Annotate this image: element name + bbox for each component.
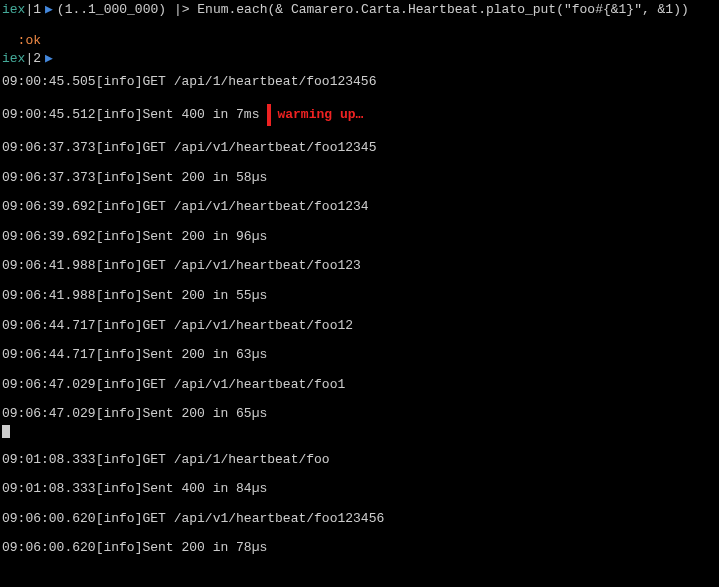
log-message: GET /api/1/heartbeat/foo [142, 452, 329, 468]
log-level: [info] [96, 199, 143, 215]
prompt-arrow-icon: ▶ [45, 51, 53, 67]
command-text: (1..1_000_000) |> Enum.each(& Camarero.C… [57, 2, 689, 18]
log-timestamp: 09:06:00.620 [2, 511, 96, 527]
log-line: 09:06:37.373 [info] GET /api/v1/heartbea… [2, 140, 717, 156]
log-timestamp: 09:06:39.692 [2, 199, 96, 215]
log-level: [info] [96, 107, 143, 123]
log-level: [info] [96, 377, 143, 393]
log-line: 09:00:45.512 [info] Sent 400 in 7mswarmi… [2, 104, 717, 126]
log-timestamp: 09:01:08.333 [2, 452, 96, 468]
log-line: 09:01:08.333 [info] Sent 400 in 84µs [2, 481, 717, 497]
iex-num: 2 [33, 51, 41, 67]
log-level: [info] [96, 258, 143, 274]
log-timestamp: 09:06:37.373 [2, 170, 96, 186]
log-message: GET /api/v1/heartbeat/foo12 [142, 318, 353, 334]
log-line: 09:06:44.717 [info] GET /api/v1/heartbea… [2, 318, 717, 334]
log-message: Sent 200 in 78µs [142, 540, 267, 556]
log-level: [info] [96, 481, 143, 497]
log-level: [info] [96, 347, 143, 363]
log-message: GET /api/v1/heartbeat/foo1234 [142, 199, 368, 215]
iex-prompt-1[interactable]: iex|1 ▶ (1..1_000_000) |> Enum.each(& Ca… [2, 2, 717, 18]
annotation-text: warming up… [277, 107, 363, 123]
iex-sep: | [25, 51, 33, 67]
log-timestamp: 09:06:00.620 [2, 540, 96, 556]
log-message: GET /api/v1/heartbeat/foo12345 [142, 140, 376, 156]
log-timestamp: 09:06:41.988 [2, 258, 96, 274]
log-message: Sent 200 in 96µs [142, 229, 267, 245]
cursor-icon [2, 425, 10, 438]
log-line: 09:06:44.717 [info] Sent 200 in 63µs [2, 347, 717, 363]
log-message: Sent 200 in 58µs [142, 170, 267, 186]
log-level: [info] [96, 229, 143, 245]
log-level: [info] [96, 74, 143, 90]
log-line: 09:06:39.692 [info] Sent 200 in 96µs [2, 229, 717, 245]
log-timestamp: 09:06:44.717 [2, 318, 96, 334]
log-message: GET /api/1/heartbeat/foo123456 [142, 74, 376, 90]
log-level: [info] [96, 511, 143, 527]
iex-label: iex [2, 2, 25, 18]
iex-sep: | [25, 2, 33, 18]
log-level: [info] [96, 540, 143, 556]
log-message: Sent 200 in 65µs [142, 406, 267, 422]
log-timestamp: 09:06:44.717 [2, 347, 96, 363]
log-line: 09:06:37.373 [info] Sent 200 in 58µs [2, 170, 717, 186]
log-message: GET /api/v1/heartbeat/foo123456 [142, 511, 384, 527]
log-line: 09:06:00.620 [info] GET /api/v1/heartbea… [2, 511, 717, 527]
log-timestamp: 09:06:39.692 [2, 229, 96, 245]
log-timestamp: 09:06:41.988 [2, 288, 96, 304]
log-timestamp: 09:00:45.512 [2, 107, 96, 123]
log-timestamp: 09:06:47.029 [2, 377, 96, 393]
log-message: Sent 200 in 55µs [142, 288, 267, 304]
log-message: Sent 400 in 84µs [142, 481, 267, 497]
log-timestamp: 09:06:47.029 [2, 406, 96, 422]
log-line: 09:06:00.620 [info] Sent 200 in 78µs [2, 540, 717, 556]
iex-prompt-2[interactable]: iex|2 ▶ [2, 51, 717, 67]
ok-atom: :ok [18, 33, 41, 48]
log-timestamp: 09:00:45.505 [2, 74, 96, 90]
annotation-bar-icon [267, 104, 271, 126]
log-level: [info] [96, 406, 143, 422]
log-timestamp: 09:06:37.373 [2, 140, 96, 156]
log-line: 09:01:08.333 [info] GET /api/1/heartbeat… [2, 452, 717, 468]
annotation: warming up… [267, 104, 363, 126]
log-level: [info] [96, 288, 143, 304]
cursor-line [2, 422, 717, 438]
log-line: 09:06:41.988 [info] GET /api/v1/heartbea… [2, 258, 717, 274]
iex-label: iex [2, 51, 25, 67]
log-level: [info] [96, 170, 143, 186]
log-line: 09:06:39.692 [info] GET /api/v1/heartbea… [2, 199, 717, 215]
log-message: Sent 400 in 7ms [142, 107, 259, 123]
log-line: 09:00:45.505 [info] GET /api/1/heartbeat… [2, 74, 717, 90]
log-level: [info] [96, 318, 143, 334]
log-level: [info] [96, 452, 143, 468]
log-timestamp: 09:01:08.333 [2, 481, 96, 497]
log-level: [info] [96, 140, 143, 156]
prompt-arrow-icon: ▶ [45, 2, 53, 18]
log-message: Sent 200 in 63µs [142, 347, 267, 363]
log-message: GET /api/v1/heartbeat/foo1 [142, 377, 345, 393]
log-line: 09:06:47.029 [info] GET /api/v1/heartbea… [2, 377, 717, 393]
log-line: 09:06:47.029 [info] Sent 200 in 65µs [2, 406, 717, 422]
log-message: GET /api/v1/heartbeat/foo123 [142, 258, 360, 274]
result-line: :ok [2, 18, 717, 49]
log-line: 09:06:41.988 [info] Sent 200 in 55µs [2, 288, 717, 304]
iex-num: 1 [33, 2, 41, 18]
